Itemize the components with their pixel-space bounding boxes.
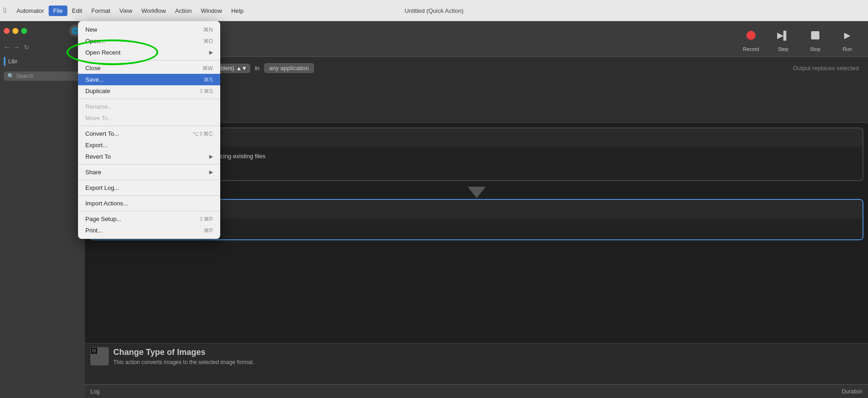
stop-button[interactable]: Stop	[804, 26, 827, 52]
sidebar-content	[0, 83, 85, 398]
shortcut-label: ⇧⌘S	[199, 88, 213, 94]
dropdown-item-move-to---: Move To...	[78, 112, 220, 124]
run-label: Run	[843, 46, 852, 52]
traffic-light-fullscreen[interactable]	[21, 28, 27, 34]
traffic-light-minimize[interactable]	[12, 28, 18, 34]
dropdown-item-label: Page Setup...	[85, 216, 122, 222]
dropdown-item-label: Convert To...	[85, 130, 119, 137]
log-bar: Log Duration	[85, 384, 868, 398]
dropdown-item-label: Move To...	[85, 115, 113, 122]
dropdown-item-label: Revert To	[85, 153, 111, 160]
run-icon: ▶	[838, 26, 857, 44]
dropdown-item-label: Close	[85, 65, 100, 72]
record-dot-icon	[746, 31, 756, 40]
dropdown-item-save---[interactable]: Save...⌘S	[78, 74, 220, 85]
menu-file[interactable]: File	[49, 6, 67, 16]
action-thumbnail: 🖼	[90, 347, 109, 365]
dropdown-item-print---[interactable]: Print...⌘P	[78, 225, 220, 236]
dropdown-item-open-recent[interactable]: Open Recent▶	[78, 47, 220, 58]
dropdown-item-label: Open Recent	[85, 49, 121, 56]
menu-view[interactable]: View	[115, 6, 137, 16]
dropdown-item-label: Duplicate	[85, 88, 110, 94]
dropdown-item-duplicate[interactable]: Duplicate⇧⌘S	[78, 85, 220, 97]
apple-logo-icon[interactable]: 	[4, 6, 6, 15]
dropdown-item-label: New	[85, 26, 97, 33]
stop-square-icon	[811, 31, 819, 39]
search-placeholder: Search	[16, 73, 33, 79]
stop-icon	[806, 26, 824, 44]
refresh-icon[interactable]: ↻	[24, 44, 29, 51]
dropdown-item-page-setup---[interactable]: Page Setup...⇧⌘P	[78, 213, 220, 225]
shortcut-label: ⌘N	[203, 27, 213, 33]
shortcut-label: ⌥⇧⌘C	[192, 131, 213, 137]
menu-window[interactable]: Window	[196, 6, 227, 16]
app-value[interactable]: any application	[264, 63, 314, 73]
record-icon	[742, 26, 760, 44]
bottom-content: 🖼 Change Type of Images This action conv…	[85, 343, 868, 384]
connector-svg	[467, 187, 486, 198]
dropdown-item-rename---: Rename...	[78, 101, 220, 112]
dropdown-item-share[interactable]: Share▶	[78, 166, 220, 178]
active-indicator	[4, 57, 6, 66]
menu-workflow[interactable]: Workflow	[137, 6, 170, 16]
dropdown-separator	[78, 60, 220, 61]
sidebar: 🌐 ← → ↻ Libr 🔍 Search	[0, 21, 85, 398]
bottom-image-row: 🖼 Change Type of Images This action conv…	[90, 347, 862, 365]
dropdown-item-label: Export...	[85, 142, 107, 149]
stop-label: Stop	[810, 46, 821, 52]
traffic-light-close[interactable]	[4, 28, 10, 34]
dropdown-separator	[78, 164, 220, 165]
shortcut-label: ⌘W	[202, 65, 213, 72]
svg-marker-0	[467, 187, 486, 198]
record-label: Record	[743, 46, 759, 52]
record-button[interactable]: Record	[740, 26, 762, 52]
menu-help[interactable]: Help	[227, 6, 248, 16]
step-arrow-icon: ▶▌	[777, 30, 790, 40]
dropdown-item-open---[interactable]: Open...⌘O	[78, 35, 220, 47]
dropdown-item-label: Export Log...	[85, 184, 119, 191]
file-dropdown-menu[interactable]: New⌘NOpen...⌘OOpen Recent▶Close⌘WSave...…	[78, 21, 220, 239]
dropdown-item-label: Print...	[85, 227, 103, 234]
nav-arrows: ← → ↻	[0, 40, 85, 54]
bottom-panel: 🖼 Change Type of Images This action conv…	[85, 343, 868, 398]
back-arrow-icon[interactable]: ←	[4, 43, 11, 51]
dropdown-item-convert-to---[interactable]: Convert To...⌥⇧⌘C	[78, 128, 220, 139]
submenu-arrow-icon: ▶	[209, 169, 213, 175]
dropdown-item-export-log---[interactable]: Export Log...	[78, 182, 220, 193]
menu-format[interactable]: Format	[87, 6, 115, 16]
window-title: Untitled (Quick Action)	[405, 7, 464, 14]
sidebar-library-item[interactable]: Libr	[0, 54, 85, 69]
duration-label: Duration	[842, 388, 862, 395]
dropdown-item-export---[interactable]: Export...	[78, 139, 220, 151]
dropdown-item-import-actions---[interactable]: Import Actions...	[78, 198, 220, 209]
bottom-title: Change Type of Images	[113, 348, 254, 357]
sidebar-search[interactable]: 🔍 Search	[4, 72, 81, 81]
menu-automator[interactable]: Automator	[12, 6, 49, 16]
in-label: in	[255, 65, 259, 72]
menu-edit[interactable]: Edit	[67, 6, 87, 16]
dropdown-item-revert-to[interactable]: Revert To▶	[78, 151, 220, 162]
dropdown-item-label: Import Actions...	[85, 200, 128, 207]
shortcut-label: ⌘O	[203, 38, 213, 44]
forward-arrow-icon[interactable]: →	[13, 43, 20, 51]
run-button[interactable]: ▶ Run	[836, 26, 859, 52]
step-icon: ▶▌	[774, 26, 792, 44]
submenu-arrow-icon: ▶	[209, 154, 213, 160]
bottom-desc: This action converts images to the selec…	[113, 359, 254, 365]
menu-action[interactable]: Action	[171, 6, 196, 16]
search-icon: 🔍	[7, 73, 14, 79]
submenu-arrow-icon: ▶	[209, 50, 213, 55]
step-button[interactable]: ▶▌ Step	[772, 26, 795, 52]
dropdown-item-new[interactable]: New⌘N	[78, 24, 220, 35]
shortcut-label: ⌘P	[204, 227, 213, 234]
shortcut-label: ⇧⌘P	[199, 216, 213, 222]
dropdown-item-label: Share	[85, 169, 101, 176]
dropdown-separator	[78, 180, 220, 180]
dropdown-separator	[78, 126, 220, 126]
dropdown-item-close[interactable]: Close⌘W	[78, 62, 220, 74]
dropdown-item-label: Save...	[85, 76, 104, 83]
sidebar-controls: 🌐	[0, 21, 85, 40]
run-play-icon: ▶	[844, 30, 851, 40]
menubar:  Automator File Edit Format View Workfl…	[0, 0, 868, 21]
dropdown-item-label: Rename...	[85, 103, 113, 110]
